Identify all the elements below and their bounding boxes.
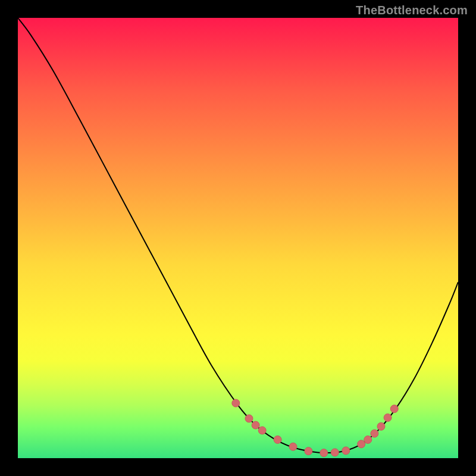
marker-point (245, 415, 253, 422)
marker-point (371, 430, 378, 437)
marker-point (274, 436, 281, 443)
marker-point (331, 449, 339, 456)
marker-point (358, 440, 365, 448)
marker-point (305, 447, 312, 455)
curve-overlay (18, 18, 458, 458)
watermark-text: TheBottleneck.com (356, 4, 468, 17)
marker-point (320, 449, 328, 457)
marker-point (377, 422, 385, 430)
chart-frame: TheBottleneck.com (0, 0, 476, 476)
marker-point (364, 436, 372, 443)
marker-point (390, 405, 398, 413)
marker-point (252, 421, 259, 429)
marker-point (384, 414, 392, 421)
marker-point (342, 447, 350, 455)
marker-point (289, 443, 297, 450)
marker-point (258, 427, 266, 434)
curve-markers (232, 399, 398, 457)
bottleneck-curve (18, 18, 458, 453)
marker-point (232, 399, 240, 407)
